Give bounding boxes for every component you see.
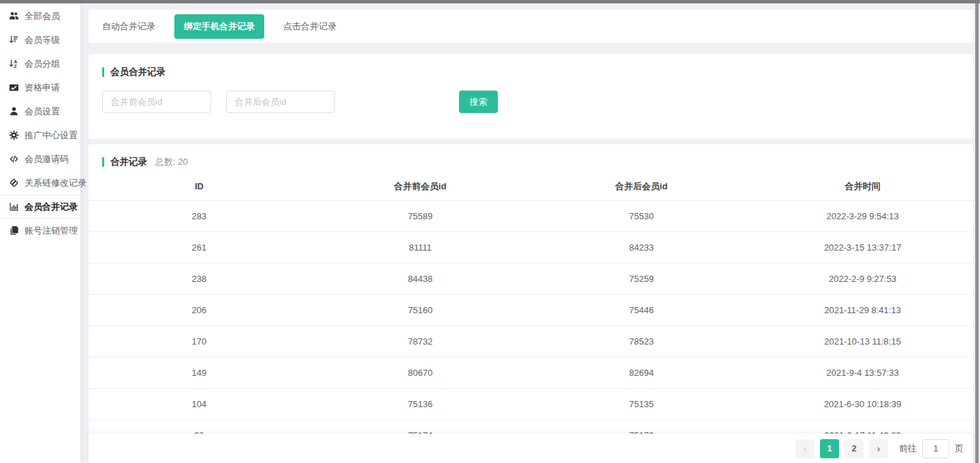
table-cell: 78732	[310, 325, 531, 357]
tabs-bar: 自动合并记录绑定手机合并记录点击合并记录	[89, 10, 973, 43]
table-cell: 75160	[310, 294, 531, 325]
pagination-page-1[interactable]: 1	[820, 439, 839, 458]
table-cell: 2022-3-15 13:37:17	[752, 232, 973, 263]
table-cell: 75530	[531, 200, 753, 232]
table-cell: 2021-9-4 13:57:33	[752, 357, 973, 388]
main-content: 自动合并记录绑定手机合并记录点击合并记录 会员合并记录 搜索 合并记录 总数: …	[80, 3, 980, 463]
column-header: ID	[89, 173, 310, 200]
table-cell: 75259	[531, 263, 753, 294]
records-total-count: 总数: 20	[155, 156, 188, 168]
sort-alpha-icon: AZ	[9, 59, 19, 69]
table-cell: 170	[89, 325, 310, 357]
page-jumper-input[interactable]	[922, 439, 949, 458]
records-card: 合并记录 总数: 20 ID合并前会员id合并后会员id合并时间 2837558…	[89, 144, 973, 463]
pagination-bar: ‹12› 前往 页	[89, 434, 973, 463]
copy-icon	[9, 225, 19, 236]
sidebar-item-member-invite-code[interactable]: 会员邀请码	[0, 147, 80, 171]
sidebar-menu: 全部会员会员等级AZ会员分组资格申请会员设置推广中心设置会员邀请码关系链修改记录…	[0, 4, 80, 242]
page-jumper-suffix: 页	[955, 443, 964, 455]
table-cell: 75135	[531, 388, 753, 419]
table-cell: 82694	[531, 357, 753, 388]
table-cell: 84438	[310, 263, 531, 294]
page-jumper: 前往 页	[899, 439, 964, 458]
link-icon	[9, 178, 19, 188]
table-cell: 238	[89, 263, 310, 294]
records-section-title: 合并记录 总数: 20	[89, 155, 973, 169]
filter-row: 搜索	[102, 91, 960, 113]
merge-after-id-input[interactable]	[226, 91, 335, 113]
table-cell: 2021-6-30 10:18:39	[752, 388, 973, 419]
svg-text:A: A	[14, 59, 18, 64]
table-cell: 149	[89, 357, 310, 388]
inbox-check-icon	[9, 82, 19, 93]
section-accent-bar	[102, 157, 104, 167]
tab-click-merge-log[interactable]: 点击合并记录	[283, 20, 336, 33]
table-cell: 75589	[310, 200, 531, 232]
gear-icon	[9, 130, 19, 140]
sidebar-item-label: 关系链修改记录	[25, 177, 86, 189]
table-cell: 75446	[531, 294, 753, 325]
sidebar-item-promotion-center-settings[interactable]: 推广中心设置	[0, 123, 80, 147]
sidebar-item-label: 资格申请	[25, 82, 60, 94]
app-root: 全部会员会员等级AZ会员分组资格申请会员设置推广中心设置会员邀请码关系链修改记录…	[0, 3, 980, 463]
sidebar-item-label: 会员邀请码	[25, 153, 69, 165]
table-row: 14980670826942021-9-4 13:57:33	[89, 357, 973, 388]
tab-auto-merge-log[interactable]: 自动合并记录	[102, 20, 155, 33]
table-cell: 283	[89, 200, 310, 232]
sidebar: 全部会员会员等级AZ会员分组资格申请会员设置推广中心设置会员邀请码关系链修改记录…	[0, 3, 80, 463]
sidebar-item-relation-chain-log[interactable]: 关系链修改记录	[0, 171, 80, 195]
sidebar-item-qualification-apply[interactable]: 资格申请	[0, 76, 80, 99]
pagination: ‹12›	[795, 439, 888, 458]
sidebar-item-label: 会员等级	[25, 34, 60, 46]
sidebar-item-account-cancel-manage[interactable]: 账号注销管理	[0, 219, 80, 242]
pagination-page-2[interactable]: 2	[844, 439, 864, 458]
table-cell: 78523	[531, 325, 753, 357]
records-table: ID合并前会员id合并后会员id合并时间 28375589755302022-3…	[89, 173, 973, 451]
sidebar-item-label: 账号注销管理	[25, 225, 78, 237]
pagination-prev-button[interactable]: ‹	[795, 439, 815, 458]
table-cell: 2022-3-29 9:54:13	[752, 200, 973, 232]
table-cell: 81111	[310, 232, 531, 263]
sidebar-item-label: 会员设置	[25, 106, 60, 118]
sidebar-item-member-settings[interactable]: 会员设置	[0, 99, 80, 123]
table-cell: 261	[89, 232, 310, 263]
table-row: 20675160754462021-11-29 8:41:13	[89, 294, 973, 325]
page-jumper-prefix: 前往	[899, 443, 917, 455]
section-accent-bar	[102, 67, 104, 77]
table-row: 26181111842332022-3-15 13:37:17	[89, 232, 973, 263]
svg-text:Z: Z	[14, 64, 17, 69]
table-row: 10475136751352021-6-30 10:18:39	[89, 388, 973, 419]
table-cell: 206	[89, 294, 310, 325]
sidebar-item-label: 推广中心设置	[25, 129, 78, 142]
table-cell: 2021-10-13 11:8:15	[752, 325, 973, 357]
sidebar-item-member-group[interactable]: AZ会员分组	[0, 52, 80, 76]
table-cell: 2022-2-9 9:27:53	[752, 263, 973, 294]
sidebar-item-label: 全部会员	[25, 10, 60, 22]
column-header: 合并时间	[752, 173, 973, 200]
table-row: 17078732785232021-10-13 11:8:15	[89, 325, 973, 357]
sidebar-item-member-merge-log[interactable]: 会员合并记录	[0, 195, 80, 219]
chart-bar-icon	[9, 202, 19, 212]
tabs-row: 自动合并记录绑定手机合并记录点击合并记录	[102, 14, 355, 39]
table-row: 23884438752592022-2-9 9:27:53	[89, 263, 973, 294]
window-right-border	[975, 0, 979, 463]
user-icon	[9, 106, 19, 116]
filter-card: 会员合并记录 搜索	[89, 54, 973, 139]
sidebar-item-label: 会员分组	[25, 58, 60, 70]
table-cell: 104	[89, 388, 310, 419]
records-section-title-text: 合并记录	[110, 156, 147, 168]
merge-before-id-input[interactable]	[102, 91, 211, 113]
sidebar-item-all-members[interactable]: 全部会员	[0, 4, 80, 28]
tab-bind-phone-merge-log[interactable]: 绑定手机合并记录	[174, 14, 264, 39]
table-body: 28375589755302022-3-29 9:54:132618111184…	[89, 200, 973, 451]
sidebar-item-member-level[interactable]: 会员等级	[0, 28, 80, 52]
column-header: 合并后会员id	[531, 173, 753, 200]
search-button[interactable]: 搜索	[459, 91, 498, 113]
table-cell: 80670	[310, 357, 531, 388]
table-cell: 75136	[310, 388, 531, 419]
filter-section-title-text: 会员合并记录	[110, 66, 165, 78]
table-header-row: ID合并前会员id合并后会员id合并时间	[89, 173, 973, 200]
window-top-bar	[0, 0, 980, 3]
pagination-next-button[interactable]: ›	[869, 439, 888, 458]
users-icon	[9, 11, 19, 21]
